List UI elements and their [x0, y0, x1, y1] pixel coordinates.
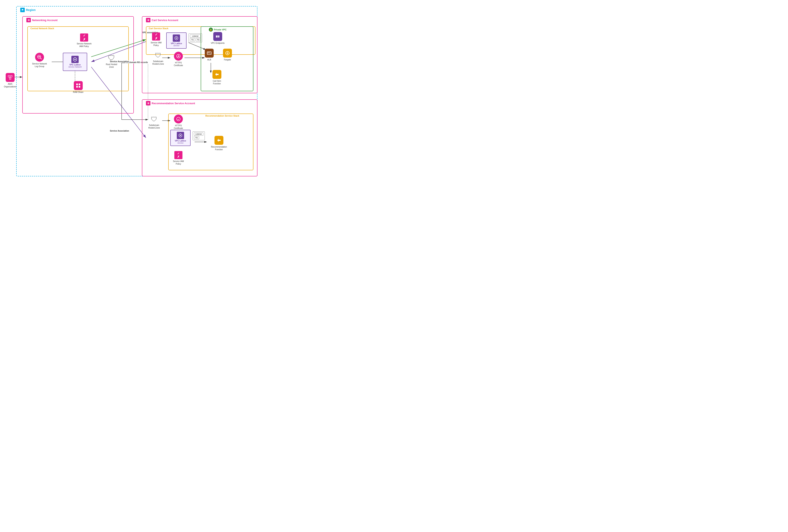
rec-subdomain-hz-label: Subdomain Hosted Zone: [146, 124, 162, 129]
cart-listener-box: Listener: [190, 35, 201, 38]
vpc-endpoints: VPC Endpoints: [211, 32, 224, 44]
rec-iam-policy: ✓✗ Service IAM Policy: [170, 151, 186, 165]
cart-subdomain-hz: 🛡 Subdomain Hosted Zone: [150, 52, 166, 65]
private-vpc-icon: 🔒: [209, 27, 213, 32]
sn-iam-policy: ✓✗ Service Network IAM Policy: [76, 34, 92, 48]
networking-account-icon: ⊞: [26, 18, 31, 22]
aws-organizations: AWS Organizations: [2, 73, 18, 88]
rec-vpc-lattice-sub: Service: [177, 142, 183, 144]
sn-iam-icon: ✓✗: [80, 34, 88, 42]
cart-fargate: Fargate: [223, 49, 232, 61]
central-stack-label: Central Network Stack: [31, 27, 54, 29]
rec-listener-tg-group: Listener TG: [193, 131, 205, 140]
log-group-label: Service Network Log Group: [32, 62, 48, 68]
cart-subdomain-hz-icon: 🛡: [155, 52, 161, 59]
vpc-endpoints-icon: [213, 32, 222, 41]
log-group-icon: [35, 53, 44, 62]
ram-share-icon: [74, 81, 83, 90]
svg-point-46: [180, 135, 181, 136]
rec-https-cert: HTTPS Certificate: [170, 115, 186, 130]
svg-point-24: [74, 59, 76, 60]
rec-https-cert-label: HTTPS Certificate: [170, 124, 186, 130]
cart-https-cert-label: HTTPS Certificate: [170, 61, 186, 67]
svg-line-20: [40, 58, 42, 59]
service-assoc-bottom-label: Service Association: [110, 130, 130, 132]
cart-tg2: TG: [196, 38, 201, 41]
svg-point-29: [176, 38, 177, 39]
cart-subdomain-hz-label: Subdomain Hosted Zone: [150, 60, 166, 65]
rec-listener-box: Listener: [194, 132, 203, 136]
rec-vpc-lattice-service: VPC Lattice Service: [170, 130, 191, 146]
svg-point-21: [39, 56, 40, 57]
svg-rect-25: [76, 83, 78, 85]
rec-vpc-lattice-icon: [177, 132, 184, 139]
svg-point-45: [177, 117, 180, 121]
cart-item-function: Cart Item Function: [209, 70, 225, 85]
service-network-log-group: Service Network Log Group: [32, 53, 48, 68]
svg-rect-48: [11, 75, 12, 77]
service-assoc-top-label: Service Association: [110, 60, 130, 63]
svg-rect-33: [219, 36, 220, 38]
svg-rect-31: [216, 36, 217, 38]
cart-stack-label: Cart Service Stack: [149, 27, 169, 29]
sn-iam-label: Service Network IAM Policy: [76, 42, 92, 48]
region-icon: ⚑: [20, 8, 25, 12]
ram-share-label: RAM Share: [73, 91, 83, 94]
cart-vpc-lattice-icon: [173, 35, 180, 42]
org-icon: [6, 73, 15, 82]
svg-rect-26: [79, 83, 80, 85]
cart-account-label: ⊞ Cart Service Account: [146, 18, 178, 22]
vpc-lattice-sn-icon: [71, 56, 79, 63]
region-label: ⚑ Region: [20, 8, 36, 12]
org-label: AWS Organizations: [2, 83, 18, 88]
svg-point-38: [209, 52, 210, 53]
rec-subdomain-hz-icon: 🛡: [151, 116, 157, 123]
svg-rect-27: [76, 86, 78, 87]
cart-alb-icon: [205, 49, 214, 58]
rec-stack-label: Recommendation Service Stack: [205, 115, 239, 117]
rec-iam-label: Service IAM Policy: [170, 160, 186, 165]
vpc-lattice-sn-sub: Service Network: [68, 66, 82, 68]
svg-point-37: [208, 52, 209, 53]
ram-share: RAM Share: [73, 81, 83, 94]
cart-alb: ALB: [205, 49, 214, 61]
cart-iam-icon: ✓✗: [152, 33, 160, 41]
cart-fargate-label: Fargate: [224, 58, 231, 61]
cart-tg1: TG: [190, 38, 195, 41]
vpc-lattice-service-network: VPC Lattice Service Network: [63, 53, 87, 71]
rec-function-label: Recommendation Function: [211, 145, 227, 151]
private-vpc-label: 🔒 Private VPC: [209, 27, 226, 32]
vpc-lattice-sn-title: VPC Lattice: [69, 64, 81, 66]
cart-fargate-icon: [223, 49, 232, 58]
cart-vpc-lattice-sub: Service: [173, 45, 179, 47]
rec-https-cert-icon: [174, 115, 183, 123]
cart-vpc-lattice-service: VPC Lattice Service: [166, 33, 186, 49]
cart-listener-tg-group: Listener TG TG: [189, 34, 202, 42]
cart-https-cert-icon: [174, 52, 183, 61]
svg-rect-28: [79, 86, 80, 87]
svg-rect-47: [8, 75, 10, 77]
rec-tg-row: TG: [194, 136, 203, 139]
rec-function: Recommendation Function: [211, 136, 227, 151]
rec-subdomain-hz: 🛡 Subdomain Hosted Zone: [146, 116, 162, 129]
root-hz-label: Root Hosted Zone: [103, 63, 120, 68]
cart-function-label: Cart Item Function: [209, 80, 225, 85]
svg-rect-49: [9, 78, 11, 79]
rec-tg: TG: [194, 136, 199, 139]
rec-vpc-lattice-title: VPC Lattice: [175, 140, 186, 142]
cart-account-icon: ⊞: [146, 18, 151, 22]
svg-rect-32: [218, 36, 219, 38]
rec-account-label: ⊞ Recommendation Service Account: [146, 101, 195, 105]
cart-function-icon: [213, 70, 221, 79]
cart-tg-row: TG TG: [190, 38, 201, 41]
vpc-endpoints-label: VPC Endpoints: [211, 42, 224, 44]
networking-account-label: ⊞ Networking Account: [26, 18, 58, 22]
cart-alb-label: ALB: [208, 58, 211, 61]
rec-account-icon: ⊞: [146, 101, 151, 105]
rec-function-icon: [215, 136, 223, 145]
cart-vpc-lattice-title: VPC Lattice: [171, 42, 182, 45]
cart-https-cert: HTTPS Certificate: [170, 52, 186, 67]
rec-iam-icon: ✓✗: [174, 151, 182, 159]
svg-point-40: [227, 53, 228, 54]
cart-iam-label: Service IAM Policy: [148, 41, 164, 47]
